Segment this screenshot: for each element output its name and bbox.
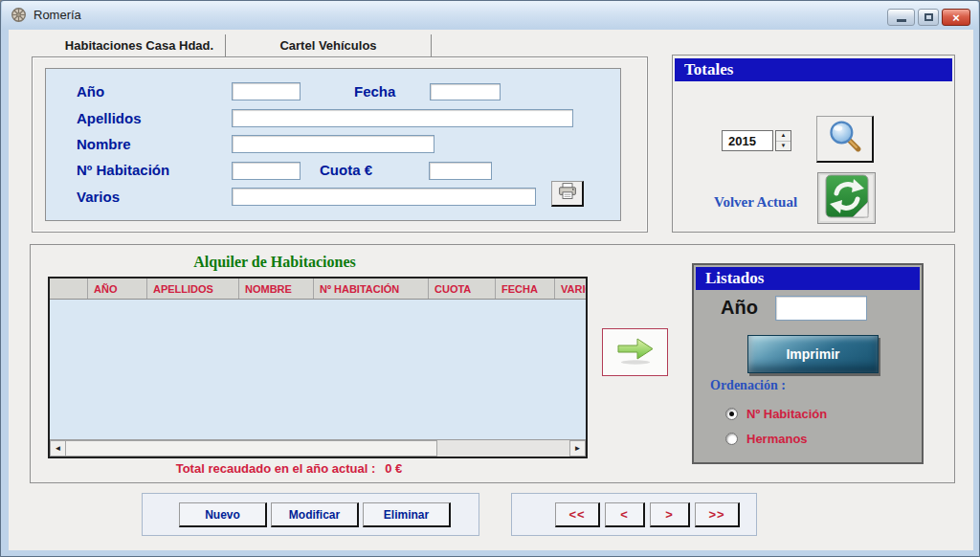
print-button[interactable]	[551, 181, 584, 207]
scrollbar-track[interactable]	[437, 440, 569, 457]
close-button[interactable]: ×	[942, 9, 970, 26]
scroll-left-icon[interactable]: ◄	[50, 440, 66, 457]
ano-label: Año	[77, 83, 104, 100]
spinner-down-icon[interactable]: ▼	[776, 142, 791, 151]
volver-actual-link[interactable]: Volver Actual	[714, 194, 797, 211]
record-navigation-panel: << < > >>	[511, 493, 757, 536]
radio-button-icon[interactable]	[725, 408, 738, 420]
window-title: Romería	[33, 8, 81, 22]
minimize-button[interactable]	[887, 9, 915, 26]
year-spinner[interactable]: 2015 ▲ ▼	[722, 130, 791, 151]
totales-panel: Totales 2015 ▲ ▼	[672, 55, 955, 233]
habitaciones-grid[interactable]: AÑOAPELLIDOSNOMBRENº HABITACIÓNCUOTAFECH…	[48, 277, 588, 458]
column-header: AÑO	[88, 278, 147, 299]
listados-ano-input[interactable]	[775, 296, 867, 321]
alquiler-panel: Alquiler de Habitaciones AÑOAPELLIDOSNOM…	[30, 244, 955, 483]
form-panel: Año Fecha Apellidos Nombre Nº Habitación…	[32, 56, 648, 233]
application-window: Romería × Habitaciones Casa Hdad. Cartel…	[0, 0, 980, 557]
nombre-input[interactable]	[232, 135, 434, 153]
radio-option-habitacion[interactable]: Nº Habitación	[725, 407, 827, 421]
nombre-label: Nombre	[77, 136, 131, 152]
fecha-input[interactable]	[430, 83, 501, 100]
column-header: VARIOS	[555, 278, 588, 299]
totales-header: Totales	[675, 58, 952, 81]
column-header: NOMBRE	[239, 278, 314, 299]
maximize-button[interactable]	[918, 9, 939, 26]
tab-habitaciones[interactable]: Habitaciones Casa Hdad.	[54, 34, 226, 56]
cuota-input[interactable]	[429, 162, 492, 180]
column-header	[50, 278, 88, 299]
eliminar-button[interactable]: Eliminar	[363, 502, 451, 527]
printer-icon	[557, 182, 578, 205]
spinner-up-icon[interactable]: ▲	[776, 131, 791, 142]
total-recaudado: Total recaudado en el año actual : 0 €	[88, 461, 490, 476]
nav-next-button[interactable]: >	[650, 502, 690, 527]
cuota-label: Cuota €	[320, 162, 372, 178]
nav-last-button[interactable]: >>	[695, 502, 740, 527]
listados-ano-label: Año	[721, 297, 758, 319]
modificar-button[interactable]: Modificar	[271, 502, 359, 527]
ano-input[interactable]	[232, 82, 301, 100]
apellidos-input[interactable]	[232, 109, 573, 127]
transfer-button[interactable]	[602, 328, 668, 376]
horizontal-scrollbar[interactable]: ◄ ►	[50, 439, 586, 457]
nuevo-button[interactable]: Nuevo	[179, 502, 267, 527]
habitacion-input[interactable]	[232, 162, 301, 180]
form-fields-area: Año Fecha Apellidos Nombre Nº Habitación…	[45, 68, 621, 221]
alquiler-title: Alquiler de Habitaciones	[117, 254, 433, 271]
year-spinner-value[interactable]: 2015	[722, 130, 773, 151]
imprimir-button[interactable]: Imprimir	[747, 335, 879, 373]
total-value: 0 €	[385, 461, 402, 476]
title-bar[interactable]: Romería ×	[2, 1, 978, 29]
fecha-label: Fecha	[354, 83, 395, 100]
radio-label[interactable]: Nº Habitación	[746, 407, 827, 421]
total-label: Total recaudado en el año actual :	[176, 461, 376, 476]
magnifier-icon	[826, 118, 864, 160]
app-wheel-icon	[11, 7, 27, 23]
scrollbar-thumb[interactable]	[66, 440, 437, 457]
green-arrow-icon	[614, 335, 657, 369]
column-header: FECHA	[496, 278, 555, 299]
refresh-button[interactable]	[817, 172, 876, 224]
ordenacion-label: Ordenación :	[710, 378, 786, 393]
radio-option-hermanos[interactable]: Hermanos	[725, 432, 808, 446]
varios-input[interactable]	[232, 188, 536, 206]
record-actions-panel: Nuevo Modificar Eliminar	[142, 493, 479, 536]
sync-icon	[824, 173, 870, 223]
column-header: CUOTA	[429, 278, 496, 299]
column-header: APELLIDOS	[147, 278, 239, 299]
table-header: AÑOAPELLIDOSNOMBRENº HABITACIÓNCUOTAFECH…	[50, 278, 588, 300]
nav-first-button[interactable]: <<	[555, 502, 600, 527]
scroll-right-icon[interactable]: ►	[569, 440, 586, 457]
minimize-icon	[897, 19, 906, 22]
search-button[interactable]	[816, 116, 874, 163]
varios-label: Varios	[77, 189, 120, 205]
nav-prev-button[interactable]: <	[605, 502, 645, 527]
listados-header: Listados	[696, 267, 920, 290]
maximize-icon	[924, 13, 933, 21]
radio-label[interactable]: Hermanos	[746, 432, 808, 446]
column-header: Nº HABITACIÓN	[314, 278, 429, 299]
radio-button-icon[interactable]	[725, 433, 738, 445]
apellidos-label: Apellidos	[77, 110, 142, 126]
close-icon: ×	[952, 11, 960, 24]
listados-panel: Listados Año Imprimir Ordenación : Nº Ha…	[692, 263, 924, 464]
tab-cartel-vehiculos[interactable]: Cartel Vehículos	[226, 34, 432, 56]
habitacion-label: Nº Habitación	[77, 162, 169, 178]
client-area: Habitaciones Casa Hdad. Cartel Vehículos…	[9, 30, 973, 550]
